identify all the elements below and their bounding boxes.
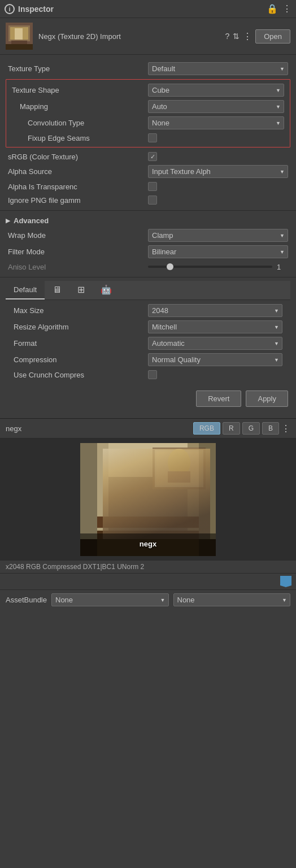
filter-mode-select[interactable]: Bilinear [148,245,288,258]
settings-icon[interactable]: ⇅ [233,32,240,41]
format-select[interactable]: Automatic [148,337,282,350]
max-size-select[interactable]: 2048 [148,304,282,317]
channel-b-button[interactable]: B [262,422,279,435]
resize-algo-select[interactable]: Mitchell [148,320,282,333]
compression-label: Compression [14,355,148,364]
crunch-checkbox[interactable] [148,370,157,379]
channel-r-button[interactable]: R [223,422,240,435]
compression-dropdown[interactable]: Normal Quality [148,353,282,366]
separator-1 [0,210,296,211]
advanced-label: Advanced [14,216,49,225]
svg-rect-13 [168,471,190,483]
aniso-slider-container: 1 [148,263,288,271]
format-dropdown[interactable]: Automatic [148,337,282,350]
assetbundle-dropdown-1[interactable]: None [51,593,169,606]
aniso-slider-track[interactable] [148,266,272,268]
preview-header: negx RGB R G B ⋮ [0,419,296,439]
compression-select[interactable]: Normal Quality [148,353,282,366]
preview-options-icon[interactable]: ⋮ [281,423,290,434]
srgb-value: ✓ [148,152,288,161]
asset-kebab-icon[interactable]: ⋮ [243,31,252,42]
assetbundle-row: AssetBundle None None [6,593,290,606]
help-icon[interactable]: ? [225,32,229,41]
tab-windows[interactable]: ⊞ [69,281,93,300]
info-bar: x2048 RGB Compressed DXT1|BC1 UNorm 2 [0,561,296,573]
texture-shape-label: Texture Shape [12,86,148,94]
open-button[interactable]: Open [255,29,290,44]
wrap-mode-label: Wrap Mode [8,231,148,240]
svg-rect-11 [156,452,202,485]
separator-2 [0,277,296,277]
tab-android[interactable]: 🤖 [93,281,120,300]
filter-mode-label: Filter Mode [8,248,148,256]
android-icon: 🤖 [101,284,112,295]
asset-actions: ? ⇅ ⋮ Open [225,29,290,44]
tab-default[interactable]: Default [6,281,45,300]
button-row: Revert Apply [0,385,296,413]
desktop-icon: 🖥 [53,285,62,295]
max-size-dropdown[interactable]: 2048 [148,304,282,317]
mapping-row: Mapping Auto [6,98,290,115]
texture-shape-box: Texture Shape Cube Mapping Auto Convolut… [6,79,290,147]
convolution-select[interactable]: None [148,116,284,129]
info-icon: i [5,4,15,14]
ignore-png-checkbox[interactable] [148,196,157,205]
tab-desktop[interactable]: 🖥 [45,281,69,300]
srgb-label: sRGB (Color Texture) [8,153,148,161]
fixup-label: Fixup Edge Seams [12,134,148,142]
revert-button[interactable]: Revert [196,390,241,407]
ignore-png-value [148,196,288,205]
preview-label: negx [140,540,156,548]
crunch-row: Use Crunch Compres [6,368,290,381]
alpha-source-select[interactable]: Input Texture Alph [148,165,288,178]
mapping-dropdown[interactable]: Auto [148,100,284,113]
platform-settings: Max Size 2048 Resize Algorithm Mitchell … [6,300,290,385]
kebab-icon[interactable]: ⋮ [282,3,291,14]
advanced-arrow-icon: ▶ [6,217,10,224]
preview-section: negx RGB R G B ⋮ [0,418,296,589]
advanced-section-header[interactable]: ▶ Advanced [0,214,296,227]
assetbundle-dropdown-2[interactable]: None [173,593,291,606]
mapping-select[interactable]: Auto [148,100,284,113]
texture-type-dropdown[interactable]: Default [148,62,288,75]
channel-rgb-button[interactable]: RGB [193,422,220,435]
format-label: Format [14,339,148,348]
crunch-value [148,370,282,379]
alpha-transparency-label: Alpha Is Transparenc [8,183,148,191]
convolution-dropdown[interactable]: None [148,116,284,129]
assetbundle-section: AssetBundle None None [0,589,296,610]
platform-tabs: Default 🖥 ⊞ 🤖 [6,281,290,300]
texture-type-select[interactable]: Default [148,62,288,75]
max-size-label: Max Size [14,306,148,315]
filter-mode-dropdown[interactable]: Bilinear [148,245,288,258]
wrap-mode-dropdown[interactable]: Clamp [148,229,288,242]
assetbundle-label: AssetBundle [6,596,47,604]
svg-rect-14 [97,517,199,528]
windows-icon: ⊞ [77,284,85,295]
asset-row: Negx (Texture 2D) Import ? ⇅ ⋮ Open [0,18,296,55]
assetbundle-select-1[interactable]: None [51,593,169,606]
wrap-mode-select[interactable]: Clamp [148,229,288,242]
svg-rect-5 [6,44,33,50]
resize-algo-dropdown[interactable]: Mitchell [148,320,282,333]
fixup-checkbox[interactable] [148,133,157,142]
max-size-row: Max Size 2048 [6,302,290,319]
convolution-row: Convolution Type None [6,115,290,131]
wrap-mode-row: Wrap Mode Clamp [0,227,296,244]
texture-shape-select[interactable]: Cube [148,84,284,97]
aniso-level-row: Aniso Level 1 [0,260,296,274]
texture-type-label: Texture Type [8,64,148,73]
srgb-checkbox[interactable]: ✓ [148,152,157,161]
aniso-slider-thumb[interactable] [167,263,173,270]
lock-icon[interactable]: 🔒 [267,3,278,14]
texture-shape-dropdown[interactable]: Cube [148,84,284,97]
format-row: Format Automatic [6,335,290,351]
alpha-transparency-checkbox[interactable] [148,182,157,191]
apply-button[interactable]: Apply [246,390,288,407]
alpha-source-dropdown[interactable]: Input Texture Alph [148,165,288,178]
bookmark-icon [280,576,291,587]
channel-g-button[interactable]: G [242,422,260,435]
convolution-label: Convolution Type [12,119,148,127]
preview-name: negx [6,424,191,433]
assetbundle-select-2[interactable]: None [173,593,291,606]
